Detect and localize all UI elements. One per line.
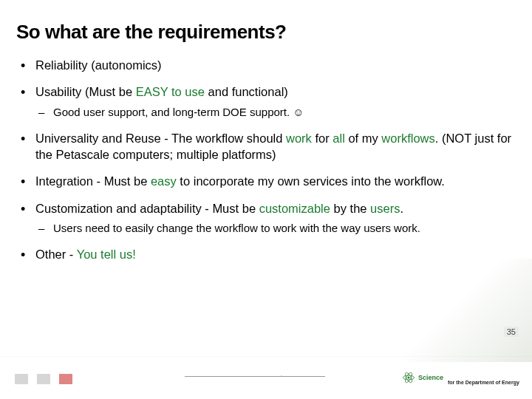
atom-icon bbox=[402, 371, 415, 384]
text-pre: Usability (Must be bbox=[35, 85, 136, 98]
slide-title: So what are the requirements? bbox=[16, 21, 516, 44]
t: Integration - Must be bbox=[35, 174, 151, 188]
t: Customization and adaptability - Must be bbox=[35, 202, 259, 215]
t: for bbox=[312, 132, 332, 145]
sub-list: Good user support, and long-term DOE sup… bbox=[35, 105, 516, 120]
bullet-integration: Integration - Must be easy to incorporat… bbox=[16, 173, 516, 189]
text-easy: EASY to use bbox=[136, 85, 205, 98]
sub-item: Users need to easily change the workflow… bbox=[35, 221, 516, 236]
t: You tell us! bbox=[77, 248, 136, 261]
svg-point-0 bbox=[407, 377, 409, 379]
text: Reliability (autonomics) bbox=[35, 58, 162, 72]
page-number: 35 bbox=[504, 327, 519, 337]
t: easy bbox=[151, 174, 177, 188]
bullet-other: Other - You tell us! bbox=[16, 246, 516, 262]
footer-rule bbox=[185, 376, 325, 377]
footer-mark: · bbox=[281, 373, 282, 378]
bullet-list: Reliability (autonomics) Usability (Must… bbox=[16, 57, 516, 262]
logo-icon bbox=[37, 372, 50, 386]
bullet-customization: Customization and adaptability - Must be… bbox=[16, 200, 516, 236]
t: Universality and Reuse - The workflow sh… bbox=[35, 132, 286, 145]
text-post: and functional) bbox=[205, 85, 288, 98]
footer-logos bbox=[15, 372, 72, 386]
t: work bbox=[286, 132, 312, 145]
sub-item: Good user support, and long-term DOE sup… bbox=[35, 105, 516, 120]
footer-right-note: for the Department of Energy bbox=[448, 380, 522, 386]
footer: · Science for the Department of Energy bbox=[0, 356, 532, 399]
t: users bbox=[370, 202, 400, 215]
bullet-reliability: Reliability (autonomics) bbox=[16, 57, 516, 73]
science-label: Science bbox=[418, 374, 443, 381]
logo-icon bbox=[59, 372, 72, 386]
t: . bbox=[400, 202, 403, 215]
t: all bbox=[332, 132, 345, 145]
t: to incorporate my own services into the … bbox=[177, 174, 445, 188]
decorative-gradient bbox=[406, 259, 532, 362]
slide: So what are the requirements? Reliabilit… bbox=[0, 0, 532, 399]
t: customizable bbox=[259, 202, 330, 215]
t: Other - bbox=[35, 248, 77, 261]
t: of my bbox=[345, 132, 382, 145]
bullet-universality: Universality and Reuse - The workflow sh… bbox=[16, 130, 516, 163]
science-logo: Science bbox=[402, 371, 443, 384]
sub-list: Users need to easily change the workflow… bbox=[35, 221, 516, 236]
logo-icon bbox=[15, 372, 28, 386]
t: by the bbox=[330, 202, 370, 215]
t: workflows bbox=[381, 132, 434, 145]
bullet-usability: Usability (Must be EASY to use and funct… bbox=[16, 83, 516, 120]
